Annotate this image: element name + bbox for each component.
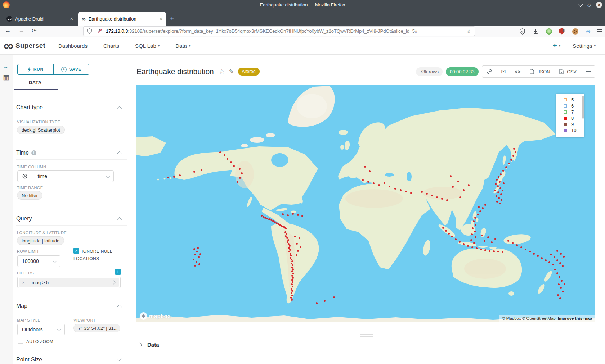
row-count-pill: 73k rows xyxy=(416,67,443,76)
earthquake-point xyxy=(482,207,484,209)
forward-button[interactable]: → xyxy=(19,27,24,34)
legend-item[interactable]: 9 xyxy=(564,121,584,127)
altered-badge[interactable]: Altered xyxy=(238,68,260,76)
reload-button[interactable]: ⟳ xyxy=(32,27,36,34)
legend-item[interactable]: 10 xyxy=(564,127,584,133)
tab-strip: Apache Druid × ∞ Earthquake distribution… xyxy=(0,10,605,26)
nav-charts[interactable]: Charts xyxy=(103,43,119,49)
earthquake-point xyxy=(286,237,288,239)
remove-filter-icon[interactable]: × xyxy=(19,280,28,285)
new-tab-button[interactable]: + xyxy=(170,15,174,22)
auto-zoom-checkbox[interactable] xyxy=(18,338,23,344)
earthquake-point xyxy=(448,233,450,235)
menu-icon xyxy=(586,71,591,72)
insecure-lock-icon[interactable] xyxy=(98,28,103,34)
tab-close-icon[interactable]: × xyxy=(70,16,73,22)
favorite-star-icon[interactable]: ☆ xyxy=(219,68,225,76)
section-query[interactable]: Query xyxy=(16,215,121,222)
earthquake-point xyxy=(502,190,503,191)
tab-earthquake-distribution[interactable]: ∞ Earthquake distribution × xyxy=(78,12,166,26)
nav-sql-lab[interactable]: SQL Lab▾ xyxy=(135,43,160,49)
time-range-chip[interactable]: No filter xyxy=(17,191,42,200)
firefox-menu-icon[interactable] xyxy=(595,27,604,36)
legend-label: 5 xyxy=(571,97,574,103)
chevron-down-icon xyxy=(117,356,122,361)
time-column-select[interactable]: __time xyxy=(17,170,114,182)
window-maximize-button[interactable]: ◇ xyxy=(587,3,591,7)
asterisk-extension-icon[interactable]: ✳ xyxy=(584,27,592,36)
export-json-button[interactable]: .JSON xyxy=(525,66,555,77)
earthquake-point xyxy=(196,251,198,252)
dataset-grid-icon[interactable]: ▦ xyxy=(3,74,9,81)
edit-properties-icon[interactable]: ✎ xyxy=(229,68,234,75)
earthquake-point xyxy=(179,174,181,176)
viz-type-chip[interactable]: deck.gl Scatterplot xyxy=(17,126,65,134)
earthquake-point xyxy=(266,218,268,219)
earthquake-point xyxy=(290,253,291,255)
shield-permissions-icon[interactable] xyxy=(87,28,92,34)
nav-data[interactable]: Data▾ xyxy=(175,43,190,49)
mapbox-logo[interactable]: ✱ mapbox xyxy=(140,312,171,320)
tab-title: Earthquake distribution xyxy=(89,16,157,22)
lonlat-chip[interactable]: longitude | latitude xyxy=(17,236,64,245)
chevron-right-icon[interactable] xyxy=(111,280,115,284)
url-bar[interactable]: 172.18.0.3:32108/superset/explore/?form_… xyxy=(84,27,475,36)
expand-datasource-icon[interactable]: → xyxy=(3,63,9,69)
earthquake-point xyxy=(291,295,293,296)
map-style-select[interactable]: Outdoors xyxy=(17,324,65,335)
earthquake-point xyxy=(197,247,199,249)
downloads-icon[interactable] xyxy=(531,27,540,36)
extension-green-icon[interactable] xyxy=(544,27,553,36)
run-button[interactable]: RUN xyxy=(18,64,54,74)
section-point-size[interactable]: Point Size xyxy=(16,356,121,363)
copy-link-button[interactable] xyxy=(482,66,497,77)
section-time[interactable]: Time i xyxy=(16,149,121,156)
tab-data[interactable]: DATA xyxy=(29,80,41,85)
cookie-extension-icon[interactable] xyxy=(571,27,579,36)
data-panel-toggle[interactable]: Data xyxy=(138,342,159,348)
earthquake-point xyxy=(285,235,287,237)
window-close-button[interactable]: × xyxy=(596,2,602,8)
deckgl-map-canvas[interactable]: 5678910 ✱ mapbox © Mapbox © OpenStreetMa… xyxy=(136,85,595,322)
ignore-null-checkbox[interactable]: ✓ xyxy=(73,248,79,254)
nav-dashboards[interactable]: Dashboards xyxy=(58,43,88,49)
tab-apache-druid[interactable]: Apache Druid × xyxy=(3,12,77,26)
add-filter-button[interactable]: + xyxy=(115,269,121,275)
save-button[interactable]: + SAVE xyxy=(54,64,89,74)
chart-menu-button[interactable] xyxy=(581,66,595,77)
row-limit-select[interactable]: 100000 xyxy=(17,255,60,267)
window-titlebar: Earthquake distribution — Mozilla Firefo… xyxy=(0,0,605,10)
new-chart-plus-button[interactable]: +▾ xyxy=(552,41,560,50)
section-chart-type[interactable]: Chart type xyxy=(16,104,121,111)
viewport-chip[interactable]: 7° 35' 54.02" | 31... xyxy=(73,324,120,332)
earthquake-point xyxy=(476,247,478,249)
legend-item[interactable]: 7 xyxy=(564,109,584,115)
legend-label: 10 xyxy=(571,128,576,133)
tab-close-icon[interactable]: × xyxy=(160,16,162,22)
superset-logo[interactable]: ∞ Superset xyxy=(4,38,45,53)
ublock-badge: 2 xyxy=(563,27,566,32)
legend-item[interactable]: 6 xyxy=(564,103,584,109)
window-minimize-button[interactable] xyxy=(578,1,583,7)
legend-item[interactable]: 5 xyxy=(564,97,584,103)
bookmark-star-icon[interactable]: ☆ xyxy=(467,28,471,35)
improve-map-link[interactable]: Improve this map xyxy=(558,316,592,320)
settings-menu[interactable]: Settings▾ xyxy=(573,43,596,49)
legend-swatch xyxy=(564,129,567,132)
legend-scrollbar[interactable] xyxy=(582,96,584,119)
earthquake-point xyxy=(261,215,263,217)
earthquake-point xyxy=(510,159,512,161)
ublock-extension-icon[interactable]: 2 xyxy=(557,27,566,36)
panel-resize-handle[interactable] xyxy=(360,334,373,338)
email-button[interactable]: ✉ xyxy=(497,66,511,77)
back-button[interactable]: ← xyxy=(5,27,11,34)
embed-code-button[interactable]: <> xyxy=(510,66,525,77)
earthquake-point xyxy=(394,188,396,190)
earthquake-point xyxy=(501,199,502,201)
export-csv-button[interactable]: .CSV xyxy=(555,66,581,77)
legend-item[interactable]: 8 xyxy=(564,115,584,121)
tracking-protection-icon[interactable] xyxy=(518,27,526,36)
filter-value[interactable]: mag > 5 xyxy=(28,280,112,285)
filter-control[interactable]: × mag > 5 xyxy=(17,277,121,288)
section-map[interactable]: Map xyxy=(16,302,121,310)
